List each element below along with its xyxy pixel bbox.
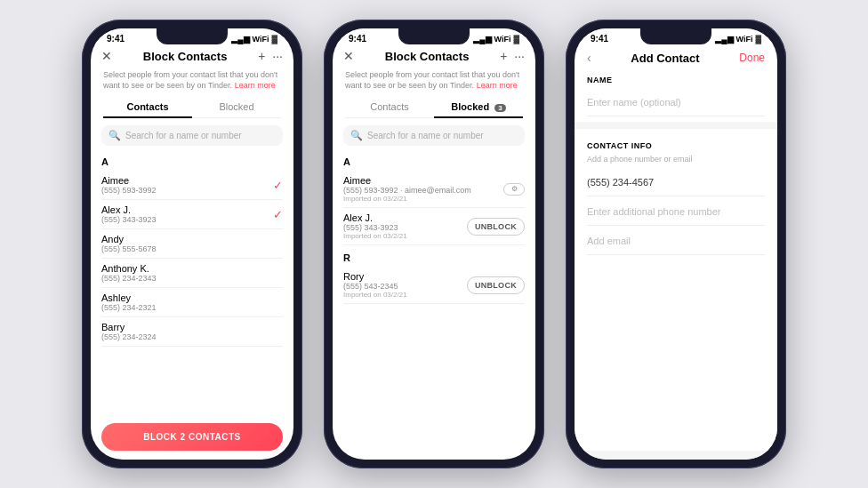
tabs-2: Contacts Blocked 3 xyxy=(345,96,523,118)
list-item[interactable]: Aimee (555) 593-3992 · aimee@email.com I… xyxy=(343,171,525,208)
contact-info: Aimee (555) 593-3992 xyxy=(101,175,157,195)
section-r-2: R xyxy=(343,245,525,267)
contact-info: Alex J. (555) 343-3923 Imported on 03/2/… xyxy=(343,212,407,240)
learn-more-link-1[interactable]: Learn more xyxy=(235,81,276,90)
time-3: 9:41 xyxy=(591,34,608,44)
contact-info-section-label: CONTACT INFO xyxy=(575,134,777,153)
block-contacts-button-1[interactable]: BLOCK 2 CONTACTS xyxy=(101,423,283,451)
header-2: ✕ Block Contacts + ··· xyxy=(333,45,535,67)
subtitle-2: Select people from your contact list tha… xyxy=(333,67,535,96)
done-button-3[interactable]: Done xyxy=(739,52,765,64)
screen-1: 9:41 ▂▄▆ WiFi ▓ ✕ Block Contacts + ··· S… xyxy=(91,28,293,460)
tabs-1: Contacts Blocked xyxy=(103,96,281,118)
tab-contacts-1[interactable]: Contacts xyxy=(103,96,192,117)
list-item[interactable]: Alex J. (555) 343-3923 Imported on 03/2/… xyxy=(343,208,525,245)
status-icons-1: ▂▄▆ WiFi ▓ xyxy=(231,35,277,44)
phone-field-2[interactable]: Enter additional phone number xyxy=(587,196,765,226)
screen-3: 9:41 ▂▄▆ WiFi ▓ ‹ Add Contact Done NAME … xyxy=(575,28,777,460)
contact-info: Ashley (555) 234-2321 xyxy=(101,292,157,312)
tab-contacts-2[interactable]: Contacts xyxy=(345,96,434,117)
email-placeholder: Add email xyxy=(587,236,631,246)
contact-info: Rory (555) 543-2345 Imported on 03/2/21 xyxy=(343,271,407,299)
header-3: ‹ Add Contact Done xyxy=(575,45,777,68)
add-icon-2[interactable]: + xyxy=(500,49,507,63)
search-placeholder-1: Search for a name or number xyxy=(125,131,242,140)
phone-value-1: (555) 234-4567 xyxy=(587,177,654,188)
list-item[interactable]: Aimee (555) 593-3992 ✓ xyxy=(101,171,283,200)
list-item[interactable]: Alex J. (555) 343-3923 ✓ xyxy=(101,200,283,229)
list-item[interactable]: Anthony K. (555) 234-2343 xyxy=(101,259,283,288)
search-icon-2: 🔍 xyxy=(350,130,363,141)
list-item[interactable]: Rory (555) 543-2345 Imported on 03/2/21 … xyxy=(343,267,525,304)
header-actions-1: + ··· xyxy=(258,49,283,63)
name-placeholder: Enter name (optional) xyxy=(587,97,681,108)
list-item[interactable]: Barry (555) 234-2324 xyxy=(101,317,283,347)
contact-info-desc: Add a phone number or email xyxy=(575,153,777,167)
header-title-1: Block Contacts xyxy=(143,50,228,63)
phone-frame-2: 9:41 ▂▄▆ WiFi ▓ ✕ Block Contacts + ··· S… xyxy=(324,20,544,468)
phone-placeholder-2: Enter additional phone number xyxy=(587,206,720,217)
search-icon-1: 🔍 xyxy=(108,130,121,141)
back-icon-3[interactable]: ‹ xyxy=(587,51,591,65)
more-icon-2[interactable]: ··· xyxy=(514,49,525,63)
wifi-icon-2: WiFi xyxy=(494,35,511,44)
notch-1 xyxy=(157,28,228,44)
phone-frame-3: 9:41 ▂▄▆ WiFi ▓ ‹ Add Contact Done NAME … xyxy=(566,20,786,468)
blocked-contact-list: A Aimee (555) 593-3992 · aimee@email.com… xyxy=(333,149,535,460)
contact-info: Aimee (555) 593-3992 · aimee@email.com I… xyxy=(343,175,471,203)
more-icon-1[interactable]: ··· xyxy=(272,49,283,63)
contact-info: Alex J. (555) 343-3923 xyxy=(101,204,157,224)
contact-list-1: A Aimee (555) 593-3992 ✓ Alex J. (555) 3… xyxy=(91,149,293,416)
phone-frame-1: 9:41 ▂▄▆ WiFi ▓ ✕ Block Contacts + ··· S… xyxy=(82,20,302,468)
header-1: ✕ Block Contacts + ··· xyxy=(91,45,293,67)
header-title-2: Block Contacts xyxy=(385,50,470,63)
wifi-icon-1: WiFi xyxy=(253,35,269,44)
settings-icon[interactable]: ⚙ xyxy=(503,183,525,196)
email-field-3[interactable]: Add email xyxy=(587,226,765,255)
notch-2 xyxy=(398,28,470,44)
screen-2: 9:41 ▂▄▆ WiFi ▓ ✕ Block Contacts + ··· S… xyxy=(333,28,535,460)
wifi-icon-3: WiFi xyxy=(736,35,753,44)
bottom-bar xyxy=(575,451,777,460)
section-a-1: A xyxy=(101,149,283,171)
contact-info: Anthony K. (555) 234-2343 xyxy=(101,263,157,283)
status-icons-2: ▂▄▆ WiFi ▓ xyxy=(473,35,519,44)
list-item[interactable]: Andy (555) 555-5678 xyxy=(101,229,283,259)
search-placeholder-2: Search for a name or number xyxy=(367,131,484,140)
contact-info: Barry (555) 234-2324 xyxy=(101,322,157,341)
learn-more-link-2[interactable]: Learn more xyxy=(477,81,518,90)
signal-icon-2: ▂▄▆ xyxy=(473,35,491,44)
time-2: 9:41 xyxy=(349,34,366,44)
close-icon-1[interactable]: ✕ xyxy=(101,49,112,63)
status-icons-3: ▂▄▆ WiFi ▓ xyxy=(715,35,761,44)
subtitle-1: Select people from your contact list tha… xyxy=(91,67,293,96)
unblock-button-rory[interactable]: UNBLOCK xyxy=(467,276,525,294)
notch-3 xyxy=(640,28,711,44)
battery-icon-2: ▓ xyxy=(513,35,519,44)
tab-blocked-2[interactable]: Blocked 3 xyxy=(434,96,523,117)
close-icon-2[interactable]: ✕ xyxy=(343,49,354,63)
time-1: 9:41 xyxy=(107,34,125,44)
header-actions-2: + ··· xyxy=(500,49,525,63)
list-item[interactable]: Ashley (555) 234-2321 xyxy=(101,288,283,317)
form-spacer xyxy=(575,255,777,451)
signal-icon-1: ▂▄▆ xyxy=(231,35,249,44)
check-icon: ✓ xyxy=(273,179,283,192)
phone-field-1[interactable]: (555) 234-4567 xyxy=(587,167,765,196)
add-icon-1[interactable]: + xyxy=(258,49,265,63)
search-bar-2[interactable]: 🔍 Search for a name or number xyxy=(343,125,525,146)
section-a-2: A xyxy=(343,149,525,171)
tab-blocked-1[interactable]: Blocked xyxy=(192,96,281,117)
check-icon: ✓ xyxy=(273,208,283,221)
form-divider xyxy=(575,122,777,129)
signal-icon-3: ▂▄▆ xyxy=(715,35,733,44)
battery-icon-3: ▓ xyxy=(755,35,761,44)
blocked-badge: 3 xyxy=(494,104,505,112)
search-bar-1[interactable]: 🔍 Search for a name or number xyxy=(101,125,283,146)
name-section-label: NAME xyxy=(575,68,777,87)
unblock-button-alex[interactable]: UNBLOCK xyxy=(467,218,525,236)
battery-icon-1: ▓ xyxy=(271,35,277,44)
name-field[interactable]: Enter name (optional) xyxy=(587,87,765,116)
contact-info: Andy (555) 555-5678 xyxy=(101,234,157,253)
header-title-3: Add Contact xyxy=(631,52,699,65)
